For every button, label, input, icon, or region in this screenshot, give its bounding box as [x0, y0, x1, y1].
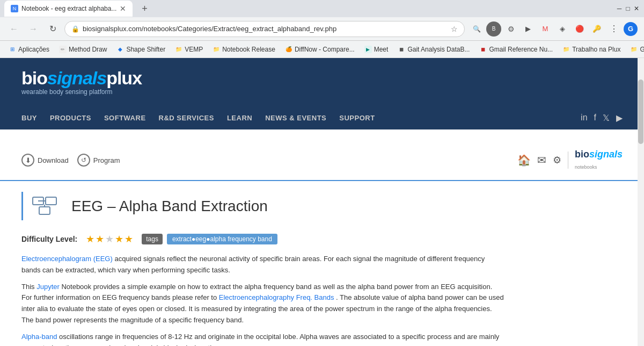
notebook-toolbar: ⬇ Download ↺ Program 🏠 ✉ ⚙ biosignalsnot…: [0, 140, 644, 181]
site-logo: biosignalsplux wearable body sensing pla…: [21, 69, 142, 96]
bookmark-trabalho[interactable]: 📁 Trabalho na Plux: [558, 44, 625, 55]
page-title: EEG – Alpha Band Extraction: [71, 198, 268, 215]
nav-learn[interactable]: LEARN: [227, 114, 252, 122]
difficulty-label: Difficulty Level:: [21, 235, 77, 243]
bookmark-diffnow[interactable]: 🍊 DiffNow - Compare...: [281, 44, 359, 55]
bookmark-games[interactable]: 📁 Games: [626, 44, 644, 55]
meet-icon: ▶: [364, 46, 372, 53]
bookmark-gait[interactable]: ◼ Gait Analysis DataB...: [393, 44, 474, 55]
logo-tagline: wearable body sensing platform: [21, 88, 142, 96]
title-icon: [28, 192, 61, 220]
bookmark-method-draw[interactable]: ✏ Method Draw: [55, 44, 111, 55]
bookmark-apps[interactable]: ⊞ Aplicações: [4, 44, 54, 55]
gmail-reference-icon: ◼: [479, 46, 487, 53]
address-bar[interactable]: 🔒 biosignalsplux.com/notebooks/Categorie…: [64, 21, 465, 37]
bookmark-shape-shifter[interactable]: ◆ Shape Shifter: [112, 44, 170, 55]
program-button[interactable]: ↺ Program: [77, 154, 120, 167]
tab-favicon: N: [11, 5, 18, 12]
program-icon: ↺: [77, 154, 90, 167]
nav-news-events[interactable]: NEWS & EVENTS: [265, 114, 326, 122]
download-button[interactable]: ⬇ Download: [21, 154, 69, 167]
nav-buy[interactable]: BUY: [21, 114, 37, 122]
browserstack-button[interactable]: B: [486, 21, 501, 37]
reload-button[interactable]: ↻: [45, 21, 60, 37]
more-button[interactable]: ⋮: [606, 21, 621, 37]
extensions-button[interactable]: 🔍: [469, 21, 484, 37]
tab-close-button[interactable]: ✕: [120, 4, 126, 13]
difficulty-row: Difficulty Level: ★ ★ ★ ★ ★ tags extract…: [21, 233, 504, 245]
method-draw-icon: ✏: [59, 46, 67, 53]
bookmark-meet[interactable]: ▶ Meet: [360, 44, 393, 55]
email-link[interactable]: ✉: [537, 154, 546, 167]
logo-bio: bio: [21, 68, 47, 88]
maximize-button[interactable]: □: [625, 5, 631, 12]
bookmark-star-icon[interactable]: ☆: [451, 25, 458, 33]
github-link[interactable]: ⚙: [553, 154, 561, 166]
facebook-icon[interactable]: f: [594, 113, 596, 123]
page-content: biosignalsplux wearable body sensing pla…: [0, 58, 644, 346]
page-scrollbar[interactable]: [638, 58, 644, 346]
addon3-button[interactable]: M: [538, 21, 553, 37]
bookmark-vemp[interactable]: 📁 VEMP: [171, 44, 207, 55]
page-title-section: EEG – Alpha Band Extraction: [21, 192, 504, 220]
nav-products[interactable]: PRODUCTS: [50, 114, 91, 122]
scrollbar-thumb[interactable]: [638, 80, 643, 144]
addon2-button[interactable]: ▶: [521, 21, 536, 37]
twitter-icon[interactable]: 𝕏: [603, 113, 610, 123]
gait-icon: ◼: [398, 46, 405, 53]
star-2: ★: [96, 233, 104, 245]
tags-label: tags: [142, 234, 163, 244]
download-icon: ⬇: [21, 154, 34, 167]
linkedin-icon[interactable]: in: [581, 113, 587, 123]
tags-inline: tags extract●eeg●alpha frequency band: [142, 234, 277, 244]
new-tab-button[interactable]: +: [137, 1, 152, 16]
shape-shifter-label: Shape Shifter: [126, 46, 165, 53]
star-5: ★: [125, 233, 133, 245]
profile-button[interactable]: G: [624, 22, 638, 36]
toolbar-left: ⬇ Download ↺ Program: [21, 154, 120, 167]
browser-tab[interactable]: N Notebook - eeg extract alphaba... ✕: [4, 1, 133, 17]
bs-logo-text: biosignalsnotebooks: [575, 149, 623, 171]
addon6-button[interactable]: 🔑: [589, 21, 604, 37]
jupyter-link[interactable]: Jupyter: [36, 283, 60, 291]
trabalho-label: Trabalho na Plux: [572, 46, 620, 53]
eeg-freqbands-link[interactable]: Electroencephalography Freq. Bands: [219, 293, 334, 301]
alpha-band-link[interactable]: Alpha-band: [21, 333, 57, 341]
minimize-button[interactable]: ─: [616, 5, 623, 12]
addon1-button[interactable]: ⚙: [503, 21, 518, 37]
close-button[interactable]: ✕: [633, 5, 640, 12]
paragraph-3: Alpha-band oscillations range in frequen…: [21, 331, 504, 346]
addon4-button[interactable]: ◈: [555, 21, 570, 37]
bookmarks-bar: ⊞ Aplicações ✏ Method Draw ◆ Shape Shift…: [0, 41, 644, 58]
paragraph-2: This Jupyter Notebook provides a simple …: [21, 282, 504, 326]
back-button[interactable]: ←: [6, 21, 21, 37]
svg-rect-1: [46, 197, 56, 205]
nav-software[interactable]: SOFTWARE: [104, 114, 146, 122]
window-controls: ─ □ ✕: [616, 5, 640, 12]
omnibox-action-icons: ☆: [451, 25, 458, 33]
method-draw-label: Method Draw: [69, 46, 107, 53]
social-icons: in f 𝕏 ▶: [581, 113, 623, 123]
gait-label: Gait Analysis DataB...: [407, 46, 470, 53]
star-3: ★: [105, 233, 114, 245]
page-outer: biosignalsplux wearable body sensing pla…: [0, 58, 644, 346]
forward-button[interactable]: →: [26, 21, 41, 37]
site-header: biosignalsplux wearable body sensing pla…: [0, 58, 644, 106]
youtube-icon[interactable]: ▶: [616, 113, 623, 123]
home-link[interactable]: 🏠: [517, 154, 531, 167]
diffnow-icon: 🍊: [285, 46, 292, 53]
trabalho-folder-icon: 📁: [562, 46, 570, 53]
apps-label: Aplicações: [18, 46, 49, 53]
bookmark-gmail-reference[interactable]: ◼ Gmail Reference Nu...: [475, 44, 557, 55]
nav-rd-services[interactable]: R&D SERVICES: [159, 114, 214, 122]
apps-icon: ⊞: [9, 46, 16, 53]
bookmark-notebook-release[interactable]: 📁 Notebook Release: [208, 44, 280, 55]
vemp-folder-icon: 📁: [175, 46, 182, 53]
games-label: Games: [640, 46, 644, 53]
spacer: [0, 129, 644, 140]
eeg-link-1[interactable]: Electroencephalogram (EEG): [21, 255, 113, 263]
paragraph-1: Electroencephalogram (EEG) acquired sign…: [21, 254, 504, 276]
addon5-button[interactable]: 🔴: [572, 21, 587, 37]
omnibox-bar: ← → ↻ 🔒 biosignalsplux.com/notebooks/Cat…: [0, 17, 644, 41]
nav-support[interactable]: SUPPORT: [339, 114, 375, 122]
